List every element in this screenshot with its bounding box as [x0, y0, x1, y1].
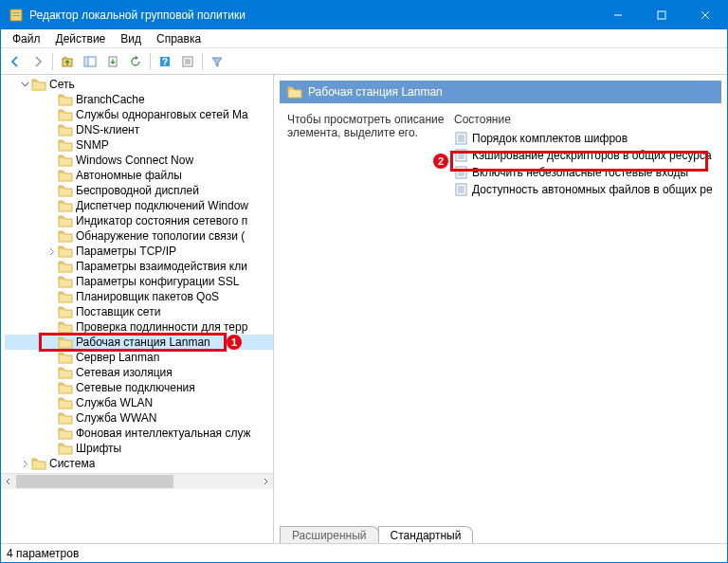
- tree-node[interactable]: Служба WWAN: [5, 410, 273, 426]
- tree-node[interactable]: Служба WLAN: [5, 395, 273, 410]
- folder-icon: [31, 457, 46, 470]
- tree-expand-empty: [45, 290, 58, 303]
- tree-pane[interactable]: СетьBranchCacheСлужбы одноранговых сетей…: [1, 75, 274, 543]
- tree-label: Поставщик сети: [76, 305, 160, 318]
- menu-help[interactable]: Справка: [149, 30, 209, 47]
- tree-node[interactable]: Автономные файлы: [5, 168, 273, 183]
- up-button[interactable]: [57, 51, 78, 72]
- tree-label: Беспроводной дисплей: [76, 184, 199, 197]
- tree-node[interactable]: Параметры конфигурации SSL: [5, 274, 273, 289]
- tree-label: Сеть: [49, 78, 75, 91]
- tree-label: Проверка подлинности для терр: [76, 320, 247, 334]
- chevron-right-icon[interactable]: [45, 245, 58, 258]
- tree-expand-empty: [45, 108, 58, 121]
- refresh-button[interactable]: [125, 51, 146, 72]
- tree-node[interactable]: SNMP: [5, 137, 273, 153]
- tree-node-network[interactable]: Сеть: [5, 77, 273, 92]
- tree-node[interactable]: Диспетчер подключений Window: [5, 198, 273, 213]
- scroll-thumb[interactable]: [16, 475, 173, 488]
- chevron-right-icon[interactable]: [18, 457, 31, 470]
- details-pane: Рабочая станция Lanman Чтобы просмотреть…: [274, 75, 727, 543]
- tree-node[interactable]: Сетевая изоляция: [5, 365, 273, 380]
- policy-label: Кэширование дескрипторов в общих ресурса: [472, 149, 712, 162]
- tree-node[interactable]: Индикатор состояния сетевого п: [5, 213, 273, 228]
- state-column-header: Состояние: [454, 113, 721, 126]
- help-button[interactable]: ?: [155, 51, 175, 72]
- tree-label: Параметры взаимодействия кли: [76, 260, 247, 273]
- show-hide-tree-button[interactable]: [80, 51, 100, 72]
- description-column: Чтобы просмотреть описание элемента, выд…: [287, 113, 454, 522]
- tree-label: DNS-клиент: [76, 123, 139, 136]
- tree-label: Автономные файлы: [76, 169, 182, 182]
- tree-node[interactable]: Службы одноранговых сетей Ма: [5, 107, 273, 122]
- chevron-down-icon[interactable]: [18, 78, 31, 91]
- filter-button[interactable]: [207, 51, 228, 72]
- tree-node[interactable]: Беспроводной дисплей: [5, 183, 273, 198]
- menu-action[interactable]: Действие: [48, 30, 114, 47]
- tree-label: Фоновая интеллектуальная служ: [76, 427, 251, 440]
- scroll-right-button[interactable]: [258, 474, 273, 489]
- tree-node[interactable]: Шрифты: [5, 441, 273, 456]
- properties-button[interactable]: [177, 51, 198, 72]
- folder-icon: [58, 320, 73, 334]
- tree-expand-empty: [45, 396, 58, 409]
- svg-rect-10: [85, 58, 87, 65]
- tree-node[interactable]: Фоновая интеллектуальная служ: [5, 426, 273, 441]
- menu-view[interactable]: Вид: [113, 30, 149, 47]
- folder-icon: [58, 154, 73, 167]
- tree-label: BranchCache: [76, 93, 145, 106]
- folder-icon: [31, 78, 46, 91]
- tree-node-system[interactable]: Система: [5, 456, 273, 471]
- tree-label: Сервер Lanman: [76, 351, 159, 364]
- policy-item[interactable]: Порядок комплектов шифров: [454, 130, 721, 147]
- details-header: Рабочая станция Lanman: [280, 81, 721, 103]
- close-button[interactable]: [683, 1, 727, 29]
- tree-node[interactable]: Планировщик пакетов QoS: [5, 289, 273, 304]
- folder-icon: [58, 199, 73, 212]
- maximize-button[interactable]: [640, 1, 683, 29]
- tree-node[interactable]: Проверка подлинности для терр: [5, 319, 273, 335]
- tree-node[interactable]: Параметры TCP/IP: [5, 244, 273, 259]
- tree-node[interactable]: DNS-клиент: [5, 122, 273, 137]
- policy-item[interactable]: Доступность автономных файлов в общих ре: [454, 181, 721, 198]
- scroll-track[interactable]: [16, 474, 258, 489]
- policy-item[interactable]: Кэширование дескрипторов в общих ресурса: [454, 147, 721, 164]
- tree-expand-empty: [45, 260, 58, 273]
- svg-rect-23: [456, 150, 466, 161]
- tree-label: Службы одноранговых сетей Ма: [76, 108, 248, 121]
- folder-icon: [58, 305, 73, 318]
- folder-icon: [58, 214, 73, 227]
- tree-node[interactable]: Сервер Lanman: [5, 350, 273, 365]
- status-text: 4 параметров: [7, 547, 79, 560]
- tree-node[interactable]: Обнаружение топологии связи (: [5, 228, 273, 244]
- svg-rect-33: [456, 184, 466, 195]
- policy-label: Включить небезопасные гостевые входы: [472, 166, 688, 179]
- tab-extended[interactable]: Расширенный: [280, 526, 379, 543]
- tree-node[interactable]: Параметры взаимодействия кли: [5, 259, 273, 274]
- svg-rect-18: [456, 133, 466, 144]
- tree-hscrollbar[interactable]: [1, 473, 273, 488]
- toolbar-separator: [52, 53, 53, 70]
- folder-icon: [287, 85, 302, 99]
- tree-node[interactable]: Windows Connect Now: [5, 153, 273, 168]
- badge-2: 2: [433, 154, 448, 169]
- tree-expand-empty: [45, 427, 58, 440]
- forward-button[interactable]: [27, 51, 48, 72]
- tree-expand-empty: [45, 138, 58, 152]
- back-button[interactable]: [5, 51, 26, 72]
- tree-expand-empty: [45, 123, 58, 136]
- tree-label: Диспетчер подключений Window: [76, 199, 248, 212]
- tree-expand-empty: [45, 214, 58, 227]
- tree-node[interactable]: BranchCache: [5, 92, 273, 107]
- tree-node[interactable]: Поставщик сети: [5, 304, 273, 319]
- tab-standard[interactable]: Стандартный: [378, 526, 474, 543]
- policy-item[interactable]: Включить небезопасные гостевые входы: [454, 164, 721, 181]
- minimize-button[interactable]: [596, 1, 640, 29]
- tree-node[interactable]: Сетевые подключения: [5, 380, 273, 395]
- tree-expand-empty: [45, 229, 58, 243]
- tree-label: Сетевые подключения: [76, 381, 195, 394]
- export-button[interactable]: [102, 51, 123, 72]
- scroll-left-button[interactable]: [1, 474, 16, 489]
- policy-icon: [454, 132, 469, 145]
- menu-file[interactable]: Файл: [5, 30, 48, 47]
